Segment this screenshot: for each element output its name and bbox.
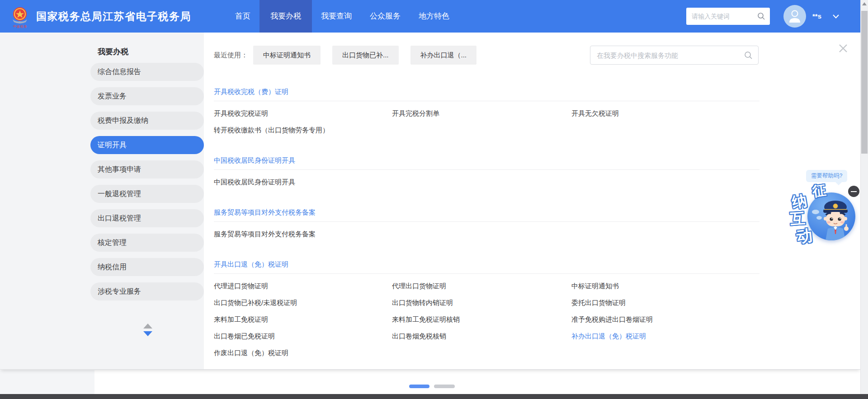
scrollbar-thumb[interactable]: [861, 11, 868, 154]
service-item[interactable]: 委托出口货物证明: [571, 299, 760, 307]
nav-item-home[interactable]: 首页: [226, 0, 259, 33]
service-item[interactable]: 出口货物已补税/未退税证明: [214, 299, 392, 307]
service-item[interactable]: 服务贸易等项目对外支付税务备案: [214, 230, 392, 239]
pagination-dot[interactable]: [434, 385, 455, 388]
divider: [214, 221, 760, 222]
category-sidebar: 我要办税 综合信息报告 发票业务 税费申报及缴纳 证明开具 其他事项申请 一般退…: [0, 33, 204, 369]
tax-assistant-avatar[interactable]: [807, 192, 855, 240]
sidebar-item-certificate-issuance[interactable]: 证明开具: [90, 136, 204, 154]
recent-item-button[interactable]: 补办出口退（...: [410, 46, 477, 65]
main-nav: 首页 我要办税 我要查询 公众服务 地方特色: [226, 0, 458, 33]
service-item[interactable]: 开具无欠税证明: [571, 109, 760, 118]
search-icon[interactable]: [757, 12, 765, 20]
sidebar-item-invoice-business[interactable]: 发票业务: [90, 87, 204, 105]
service-item[interactable]: 代理出口货物证明: [392, 282, 571, 291]
recent-item-button[interactable]: 出口货物已补...: [332, 46, 399, 65]
header-search-box: [686, 8, 770, 25]
section-export-refund-certificate: 开具出口退（免）税证明 代理进口货物证明 代理出口货物证明 中标证明通知书 出口…: [214, 260, 760, 361]
close-icon[interactable]: [838, 43, 849, 54]
service-item[interactable]: 作废出口退（免）税证明: [214, 349, 392, 357]
service-grid: 服务贸易等项目对外支付税务备案: [214, 226, 760, 243]
section-title[interactable]: 服务贸易等项目对外支付税务备案: [214, 208, 760, 217]
recent-used-label: 最近使用：: [214, 51, 248, 60]
service-grid: 中国税收居民身份证明开具: [214, 174, 760, 191]
sidebar-item-other-matters[interactable]: 其他事项申请: [90, 160, 204, 178]
service-item[interactable]: 出口货物转内销证明: [392, 299, 571, 307]
service-item[interactable]: 代理进口货物证明: [214, 282, 392, 291]
page-footer-area: [0, 370, 868, 394]
service-item[interactable]: 开具完税分割单: [392, 109, 571, 118]
service-item[interactable]: 转开税收缴款书（出口货物劳务专用）: [214, 126, 392, 135]
header-bar: 中国税务 国家税务总局江苏省电子税务局 首页 我要办税 我要查询 公众服务 地方…: [0, 0, 868, 33]
vertical-scrollbar: [860, 0, 868, 394]
service-item[interactable]: 出口卷烟已免税证明: [214, 332, 392, 341]
scrollbar-up-arrow-icon[interactable]: [862, 2, 867, 5]
username[interactable]: **s: [812, 0, 821, 33]
sidebar-item-tax-declaration-payment[interactable]: 税费申报及缴纳: [90, 112, 204, 130]
section-tax-payment-certificate: 开具税收完税（费）证明 开具税收完税证明 开具完税分割单 开具无欠税证明 转开税…: [214, 87, 760, 139]
service-item-highlighted[interactable]: 补办出口退（免）税证明: [571, 332, 760, 341]
sidebar-item-export-refund[interactable]: 出口退税管理: [90, 209, 204, 227]
service-item[interactable]: 开具税收完税证明: [214, 109, 392, 118]
service-item[interactable]: 准予免税购进出口卷烟证明: [571, 315, 760, 324]
recent-item-button[interactable]: 中标证明通知书: [253, 46, 321, 65]
divider: [214, 169, 760, 170]
sidebar-title: 我要办税: [98, 47, 128, 57]
section-service-trade-filing: 服务贸易等项目对外支付税务备案 服务贸易等项目对外支付税务备案: [214, 208, 760, 243]
chevron-down-icon[interactable]: [833, 14, 839, 19]
logo-caption: 中国税务: [11, 24, 30, 29]
user-icon: [788, 9, 802, 24]
sidebar-item-general-refund[interactable]: 一般退税管理: [90, 185, 204, 203]
sidebar-item-comprehensive-info-report[interactable]: 综合信息报告: [90, 63, 204, 81]
section-title[interactable]: 中国税收居民身份证明开具: [214, 156, 760, 165]
scroll-up-icon[interactable]: [143, 324, 152, 329]
services-search-box: [590, 46, 759, 65]
recent-used-row: 最近使用： 中标证明通知书 出口货物已补... 补办出口退（...: [214, 46, 488, 65]
service-item[interactable]: 中标证明通知书: [571, 282, 760, 291]
minimize-helper-button[interactable]: [848, 186, 859, 197]
sidebar-item-tax-professional-services[interactable]: 涉税专业服务: [90, 282, 204, 300]
bottom-dark-bar: [0, 394, 868, 399]
services-content: 最近使用： 中标证明通知书 出口货物已补... 补办出口退（... 开具税收完税…: [204, 33, 860, 369]
service-item[interactable]: 来料加工免税证明核销: [392, 315, 571, 324]
nav-item-tax-services[interactable]: 我要办税: [259, 0, 312, 33]
service-grid: 开具税收完税证明 开具完税分割单 开具无欠税证明 转开税收缴款书（出口货物劳务专…: [214, 105, 760, 139]
service-item[interactable]: 出口卷烟免税核销: [392, 332, 571, 341]
service-grid: 代理进口货物证明 代理出口货物证明 中标证明通知书 出口货物已补税/未退税证明 …: [214, 278, 760, 361]
footer-left-strip: [0, 370, 94, 394]
site-title: 国家税务总局江苏省电子税务局: [36, 0, 191, 33]
sidebar-item-assessment-management[interactable]: 核定管理: [90, 234, 204, 252]
service-item[interactable]: 中国税收居民身份证明开具: [214, 178, 392, 187]
search-icon[interactable]: [744, 51, 753, 60]
services-search-input[interactable]: [597, 46, 737, 64]
header-search-input[interactable]: [692, 8, 755, 25]
helper-bubble: 需要帮助吗?: [806, 170, 847, 182]
section-title[interactable]: 开具税收完税（费）证明: [214, 87, 760, 96]
divider: [214, 273, 760, 274]
nav-item-inquiry[interactable]: 我要查询: [312, 0, 361, 33]
section-title[interactable]: 开具出口退（免）税证明: [214, 260, 760, 269]
service-sections: 开具税收完税（费）证明 开具税收完税证明 开具完税分割单 开具无欠税证明 转开税…: [214, 87, 760, 361]
service-item[interactable]: 来料加工免税证明: [214, 315, 392, 324]
nav-item-local-features[interactable]: 地方特色: [410, 0, 458, 33]
sidebar-item-tax-credit[interactable]: 纳税信用: [90, 258, 204, 276]
scroll-down-icon[interactable]: [143, 331, 152, 336]
avatar[interactable]: [783, 5, 806, 28]
divider: [214, 101, 760, 101]
tax-services-panel: 我要办税 综合信息报告 发票业务 税费申报及缴纳 证明开具 其他事项申请 一般退…: [0, 33, 860, 370]
tax-bureau-logo-icon: [11, 6, 29, 24]
pagination-dot-active[interactable]: [409, 385, 429, 388]
nav-item-public-services[interactable]: 公众服务: [361, 0, 410, 33]
sidebar-scroll-arrows: [142, 324, 154, 336]
section-china-tax-resident-certificate: 中国税收居民身份证明开具 中国税收居民身份证明开具: [214, 156, 760, 191]
sidebar-list: 综合信息报告 发票业务 税费申报及缴纳 证明开具 其他事项申请 一般退税管理 出…: [90, 63, 204, 307]
